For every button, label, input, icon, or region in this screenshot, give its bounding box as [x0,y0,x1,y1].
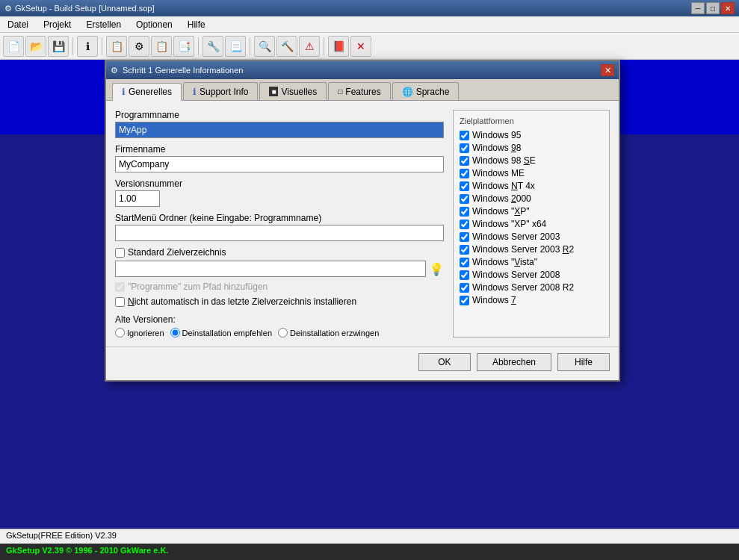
platform-winxp-checkbox[interactable] [460,207,469,217]
programmname-group: Programmname [115,110,444,138]
alte-versionen-section: Alte Versionen: Ignorieren Deinstallatio… [115,314,444,337]
radio-erzwingen-input[interactable] [278,328,288,337]
menu-optionen[interactable]: Optionen [132,18,177,31]
tab-generelles-icon: ℹ [122,87,126,97]
status-text: GkSetup(FREE Edition) V2.39 [6,531,117,540]
toolbar-search[interactable]: 🔍 [254,36,275,57]
toolbar-warn[interactable]: ⚠ [299,36,320,57]
tab-sprache[interactable]: 🌐 Sprache [392,82,460,100]
toolbar-tool[interactable]: 🔧 [202,36,223,57]
ok-button[interactable]: OK [418,353,471,371]
toolbar-copy2[interactable]: 📋 [151,36,172,57]
platform-win7: Windows 7 [460,295,603,305]
toolbar-save[interactable]: 💾 [48,36,69,57]
programmname-label: Programmname [115,110,444,120]
menu-hilfe[interactable]: Hilfe [183,18,210,31]
abbrechen-button[interactable]: Abbrechen [477,353,551,371]
menu-datei[interactable]: Datei [3,18,33,31]
platform-winxp64-checkbox[interactable] [460,220,469,229]
platform-win98se-checkbox[interactable] [460,156,469,166]
platform-ws2003: Windows Server 2003 [460,231,603,242]
toolbar-book[interactable]: 📕 [328,36,349,57]
toolbar-close[interactable]: ✕ [350,36,371,57]
toolbar-build[interactable]: 🔨 [276,36,297,57]
dialog-content: Programmname Firmenname Versionsnummer S… [106,101,619,346]
maximize-button[interactable]: □ [706,2,720,14]
platform-win98-checkbox[interactable] [460,143,469,153]
toolbar-new[interactable]: 📄 [3,36,24,57]
platform-win2000-checkbox[interactable] [460,194,469,204]
platform-ws2003-checkbox[interactable] [460,232,469,242]
dialog-title: Schritt 1 Generelle Informationen [123,66,243,75]
versionsnummer-label: Versionsnummer [115,178,444,189]
tab-generelles[interactable]: ℹ Generelles [112,83,182,101]
tab-features[interactable]: □ Features [328,82,390,100]
programmname-input[interactable] [115,122,444,138]
tab-support-info[interactable]: ℹ Support Info [183,82,258,100]
toolbar-copy1[interactable]: 📋 [106,36,127,57]
platforms-panel: Zielplattformen Windows 95 Windows 98 Wi… [453,110,610,337]
radio-group: Ignorieren Deinstallation empfehlen Dein… [115,328,444,337]
toolbar-sep2 [102,37,102,55]
toolbar-paste[interactable]: 📑 [173,36,194,57]
toolbar-open[interactable]: 📂 [25,36,46,57]
toolbar-sep3 [198,37,199,55]
platform-win95-checkbox[interactable] [460,131,469,140]
menu-erstellen[interactable]: Erstellen [81,18,126,31]
radio-empfehlen-input[interactable] [170,328,180,337]
platform-win7-checkbox[interactable] [460,296,469,305]
dialog-icon: ⚙ [111,66,118,75]
platform-ws2008r2-label: Windows Server 2008 R2 [472,282,574,293]
platform-winxp: Windows "XP" [460,206,603,217]
versionsnummer-group: Versionsnummer [115,178,444,207]
nicht-automatisch-checkbox[interactable] [115,297,125,307]
platform-win95: Windows 95 [460,130,603,140]
tab-sprache-icon: 🌐 [402,87,413,97]
tab-bar: ℹ Generelles ℹ Support Info ■ Visuelles … [106,79,619,101]
startmenu-label: StartMenü Ordner (keine Eingabe: Program… [115,213,444,223]
zielverzeichnis-row: 💡 [115,261,444,277]
platform-win2000: Windows 2000 [460,193,603,204]
platform-ws2008r2-checkbox[interactable] [460,283,469,293]
toolbar-info[interactable]: ℹ [77,36,98,57]
close-button[interactable]: ✕ [721,2,735,14]
minimize-button[interactable]: ─ [691,2,705,14]
zielverzeichnis-input[interactable] [115,261,426,277]
standard-ziel-label: Standard Zielverzeichnis [128,247,226,258]
platform-winnt4-checkbox[interactable] [460,181,469,191]
programme-checkbox[interactable] [115,282,125,292]
bottom-brand-bar: GkSetup V2.39 © 1996 - 2010 GkWare e.K. [0,544,739,560]
firmenname-input[interactable] [115,156,444,172]
dialog-close-button[interactable]: ✕ [601,64,614,76]
menu-projekt[interactable]: Projekt [39,18,75,31]
alte-versionen-label: Alte Versionen: [115,314,444,325]
hilfe-button[interactable]: Hilfe [557,353,610,371]
radio-empfehlen: Deinstallation empfehlen [170,328,272,337]
platform-winvista: Windows "Vista" [460,257,603,267]
toolbar-sep4 [250,37,250,55]
toolbar-settings[interactable]: ⚙ [129,36,149,57]
platform-winnt4: Windows NT 4x [460,181,603,191]
platform-ws2008-checkbox[interactable] [460,270,469,280]
radio-ignorieren-input[interactable] [115,328,125,337]
platform-winvista-checkbox[interactable] [460,258,469,267]
startmenu-input[interactable] [115,225,444,241]
platform-ws2008: Windows Server 2008 [460,270,603,280]
versionsnummer-input[interactable] [115,190,160,207]
platform-win98se-label: Windows 98 SE [472,155,536,166]
platform-winme-checkbox[interactable] [460,169,469,178]
firmenname-group: Firmenname [115,144,444,172]
dialog-generelle-informationen: ⚙ Schritt 1 Generelle Informationen ✕ ℹ … [105,60,620,382]
standard-ziel-row: Standard Zielverzeichnis [115,247,444,258]
platform-winxp-label: Windows "XP" [472,206,530,217]
tab-visuelles[interactable]: ■ Visuelles [259,82,327,100]
platform-ws2003r2-checkbox[interactable] [460,245,469,255]
platform-ws2003r2: Windows Server 2003 R2 [460,244,603,255]
title-bar: ⚙ GkSetup - Build Setup [Unnamed.sop] ─ … [0,0,739,16]
programme-row: "Programme" zum Pfad hinzufügen [115,281,444,292]
toolbar: 📄 📂 💾 ℹ 📋 ⚙ 📋 📑 🔧 📃 🔍 🔨 ⚠ 📕 ✕ [0,33,739,60]
platform-winme-label: Windows ME [472,168,525,178]
toolbar-doc[interactable]: 📃 [225,36,246,57]
platform-ws2008-label: Windows Server 2008 [472,270,560,280]
standard-ziel-checkbox[interactable] [115,248,125,258]
